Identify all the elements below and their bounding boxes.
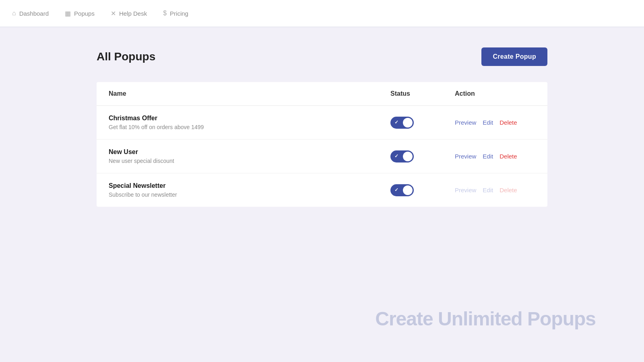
popup-info: Special Newsletter Subscribe to our news… bbox=[109, 182, 390, 198]
preview-button-0[interactable]: Preview bbox=[455, 119, 476, 126]
pricing-icon: $ bbox=[163, 10, 167, 17]
navbar: ⌂ Dashboard ▦ Popups ✕ Help Desk $ Prici… bbox=[0, 0, 644, 27]
watermark-text: Create Unlimited Popups bbox=[375, 308, 596, 330]
toggle-wrapper: ✓ bbox=[390, 150, 455, 162]
preview-button-1[interactable]: Preview bbox=[455, 153, 476, 160]
toggle-check-icon: ✓ bbox=[394, 153, 398, 159]
home-icon: ⌂ bbox=[12, 10, 16, 17]
table-row: Christmas Offer Get flat 10% off on orde… bbox=[97, 106, 547, 140]
status-toggle-0[interactable]: ✓ bbox=[390, 117, 414, 129]
delete-button-2[interactable]: Delete bbox=[500, 187, 517, 193]
helpdesk-icon: ✕ bbox=[111, 10, 116, 17]
status-toggle-1[interactable]: ✓ bbox=[390, 150, 414, 162]
toggle-thumb bbox=[403, 118, 413, 128]
edit-button-0[interactable]: Edit bbox=[483, 119, 493, 126]
nav-label-pricing: Pricing bbox=[170, 10, 188, 17]
table-row: Special Newsletter Subscribe to our news… bbox=[97, 173, 547, 207]
nav-label-helpdesk: Help Desk bbox=[119, 10, 147, 17]
preview-button-2[interactable]: Preview bbox=[455, 187, 476, 193]
popup-info: New User New user special discount bbox=[109, 148, 390, 164]
toggle-check-icon: ✓ bbox=[394, 187, 398, 193]
popup-desc: New user special discount bbox=[109, 158, 390, 164]
nav-label-dashboard: Dashboard bbox=[19, 10, 49, 17]
main-content: All Popups Create Popup Name Status Acti… bbox=[0, 27, 644, 362]
popup-info: Christmas Offer Get flat 10% off on orde… bbox=[109, 115, 390, 130]
toggle-thumb bbox=[403, 152, 413, 161]
toggle-thumb bbox=[403, 185, 413, 195]
delete-button-0[interactable]: Delete bbox=[500, 119, 517, 126]
action-links-faded: Preview Edit Delete bbox=[455, 187, 535, 193]
edit-button-1[interactable]: Edit bbox=[483, 153, 493, 160]
table-header: Name Status Action bbox=[97, 82, 547, 106]
popup-name: Special Newsletter bbox=[109, 182, 390, 189]
popup-table: Name Status Action Christmas Offer Get f… bbox=[97, 82, 547, 207]
popup-name: Christmas Offer bbox=[109, 115, 390, 122]
col-header-status: Status bbox=[390, 90, 455, 97]
delete-button-1[interactable]: Delete bbox=[500, 153, 517, 160]
nav-item-dashboard[interactable]: ⌂ Dashboard bbox=[12, 6, 49, 20]
table-row: New User New user special discount ✓ Pre… bbox=[97, 140, 547, 173]
toggle-check-icon: ✓ bbox=[394, 119, 398, 125]
nav-item-popups[interactable]: ▦ Popups bbox=[65, 6, 95, 21]
popups-icon: ▦ bbox=[65, 10, 71, 17]
action-links: Preview Edit Delete bbox=[455, 153, 535, 160]
popup-desc: Subscribe to our newsletter bbox=[109, 191, 390, 198]
create-popup-button[interactable]: Create Popup bbox=[481, 47, 547, 66]
page-header: All Popups Create Popup bbox=[97, 47, 547, 66]
col-header-name: Name bbox=[109, 90, 390, 97]
page-title: All Popups bbox=[97, 50, 155, 63]
popup-name: New User bbox=[109, 148, 390, 156]
status-toggle-2[interactable]: ✓ bbox=[390, 184, 414, 196]
toggle-wrapper: ✓ bbox=[390, 184, 455, 196]
popup-desc: Get flat 10% off on orders above 1499 bbox=[109, 124, 390, 130]
nav-label-popups: Popups bbox=[74, 10, 95, 17]
action-links: Preview Edit Delete bbox=[455, 119, 535, 126]
toggle-wrapper: ✓ bbox=[390, 117, 455, 129]
edit-button-2[interactable]: Edit bbox=[483, 187, 493, 193]
nav-item-pricing[interactable]: $ Pricing bbox=[163, 6, 188, 20]
col-header-action: Action bbox=[455, 90, 535, 97]
nav-item-helpdesk[interactable]: ✕ Help Desk bbox=[111, 6, 147, 21]
